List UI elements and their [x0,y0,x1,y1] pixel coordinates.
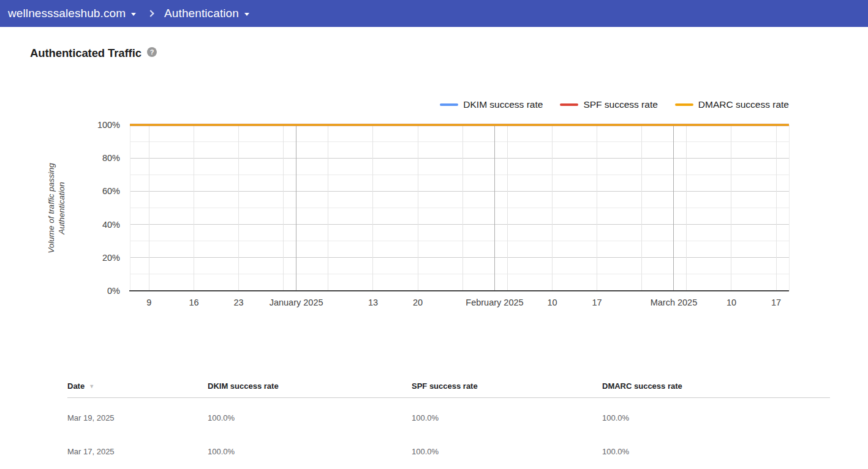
table-cell: Mar 19, 2025 [67,413,208,422]
table-cell: 100.0% [208,413,412,422]
authenticated-traffic-chart: 0%20%40%60%80%100%91623January 20251320F… [0,0,868,331]
y-axis-title-line: Volume of traffic passing [47,163,56,253]
table-cell: 100.0% [208,447,412,456]
y-axis-tick-label: 100% [97,120,120,130]
table-header-row: Date▼DKIM success rateSPF success rateDM… [67,375,830,398]
table-cell: 100.0% [412,447,602,456]
y-axis-tick-label: 0% [107,286,120,296]
column-header-spf-success-rate: SPF success rate [412,381,602,391]
table-row: Mar 19, 2025100.0%100.0%100.0% [67,398,830,432]
x-axis-tick-label: 20 [413,298,423,307]
x-axis-tick-label: 16 [189,298,198,307]
table-body: Mar 19, 2025100.0%100.0%100.0%Mar 17, 20… [67,398,830,465]
table-cell: 100.0% [602,413,830,422]
x-axis-tick-label: March 2025 [651,298,698,307]
x-axis-tick-label: 13 [368,298,378,307]
x-axis-tick-label: 17 [592,298,602,307]
y-axis-tick-label: 40% [102,220,120,230]
x-axis-tick-label: 10 [547,298,557,307]
column-header-dkim-success-rate: DKIM success rate [208,381,412,391]
column-header-date[interactable]: Date▼ [67,381,208,391]
y-axis-title: Volume of traffic passingAuthentication [47,163,66,253]
column-header-label: DMARC success rate [602,381,682,391]
column-header-label: Date [67,381,85,391]
x-axis-tick-label: 23 [234,298,244,307]
authentication-results-table: Date▼DKIM success rateSPF success rateDM… [67,375,830,465]
y-axis-tick-label: 80% [102,153,120,163]
column-header-label: DKIM success rate [208,381,279,391]
sort-desc-icon: ▼ [89,383,94,389]
y-axis-title-line: Authentication [57,182,66,235]
table-cell: Mar 17, 2025 [67,447,208,456]
x-axis-tick-label: January 2025 [270,298,323,307]
x-axis-tick-label: 17 [771,298,781,307]
table-cell: 100.0% [412,413,602,422]
column-header-dmarc-success-rate: DMARC success rate [602,381,830,391]
x-axis-tick-label: 10 [726,298,736,307]
table-row: Mar 17, 2025100.0%100.0%100.0% [67,432,830,465]
x-axis-tick-label: 9 [146,298,151,307]
table-cell: 100.0% [602,447,830,456]
y-axis-tick-label: 20% [102,253,120,263]
column-header-label: SPF success rate [412,381,478,391]
x-axis-tick-label: February 2025 [466,298,523,307]
y-axis-tick-label: 60% [102,186,120,196]
